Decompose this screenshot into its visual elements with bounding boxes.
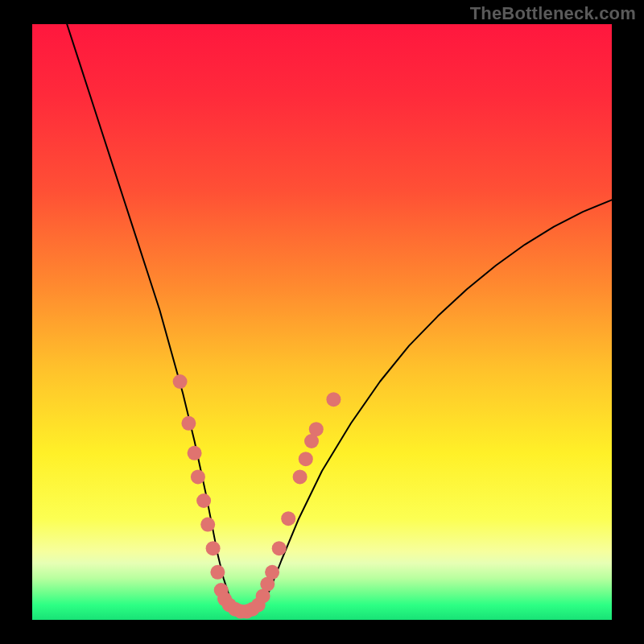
highlight-point	[173, 374, 188, 389]
highlight-point	[309, 422, 324, 436]
highlight-point	[181, 416, 196, 431]
highlight-point	[196, 493, 211, 508]
bottleneck-chart	[0, 0, 644, 644]
highlight-point	[299, 452, 313, 466]
highlight-point	[200, 518, 215, 532]
highlight-point	[293, 469, 308, 484]
highlight-point	[326, 392, 341, 407]
highlight-point	[265, 565, 279, 580]
highlight-point	[272, 541, 287, 555]
highlight-point	[188, 446, 202, 460]
highlight-point	[281, 511, 295, 526]
plot-background	[32, 24, 612, 620]
highlight-point	[191, 469, 205, 484]
highlight-point	[210, 565, 225, 580]
chart-stage: TheBottleneck.com	[0, 0, 644, 644]
highlight-point	[206, 541, 221, 555]
